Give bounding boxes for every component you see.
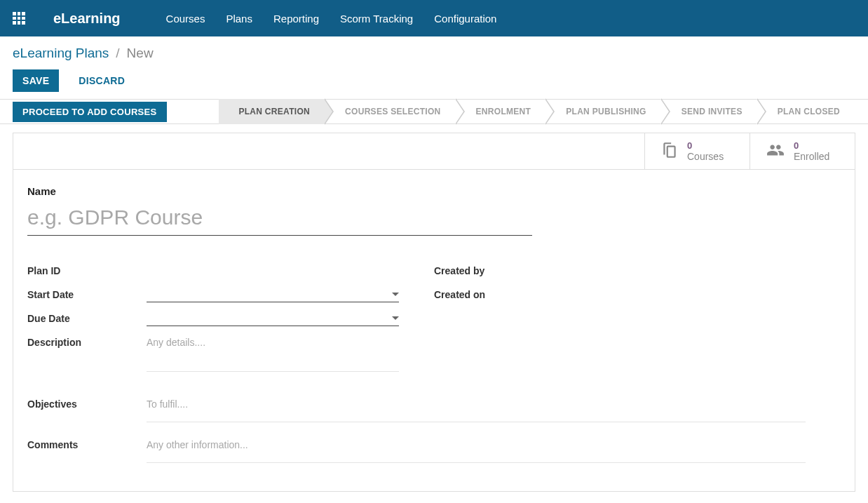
stage-plan-publishing[interactable]: PLAN PUBLISHING: [546, 99, 662, 124]
name-input[interactable]: [27, 201, 532, 236]
sheet-wrapper: 0 Courses 0 Enrolled: [0, 133, 868, 492]
stat-courses[interactable]: 0 Courses: [644, 133, 750, 169]
caret-down-icon: [392, 293, 399, 296]
comments-label: Comments: [27, 435, 147, 463]
stat-row: 0 Courses 0 Enrolled: [13, 133, 855, 170]
description-input[interactable]: [147, 333, 399, 372]
stage-plan-closed[interactable]: PLAN CLOSED: [758, 99, 855, 124]
breadcrumb: eLearning Plans / New: [13, 46, 855, 61]
brand-title[interactable]: eLearning: [53, 11, 121, 27]
nav-item-scorm[interactable]: Scorm Tracking: [340, 13, 413, 25]
stat-enrolled[interactable]: 0 Enrolled: [750, 133, 855, 169]
stat-enrolled-label: Enrolled: [794, 151, 829, 162]
objectives-input[interactable]: [147, 394, 806, 422]
stage-send-invites[interactable]: SEND INVITES: [662, 99, 758, 124]
description-label: Description: [27, 333, 147, 348]
objectives-label: Objectives: [27, 394, 147, 422]
nav-item-courses[interactable]: Courses: [166, 13, 205, 25]
stat-courses-label: Courses: [687, 151, 724, 162]
stage-plan-creation[interactable]: PLAN CREATION: [219, 99, 325, 124]
plan-id-label: Plan ID: [27, 265, 147, 276]
created-on-label: Created on: [434, 289, 485, 300]
navbar: eLearning Courses Plans Reporting Scorm …: [0, 0, 868, 36]
start-date-label: Start Date: [27, 289, 147, 300]
documents-icon: [660, 141, 679, 161]
form-body: Name Plan ID Start Date: [13, 170, 855, 491]
nav-item-config[interactable]: Configuration: [434, 13, 496, 25]
stat-enrolled-count: 0: [794, 140, 829, 151]
proceed-button[interactable]: PROCEED TO ADD COURSES: [13, 102, 167, 122]
form-sheet: 0 Courses 0 Enrolled: [13, 133, 855, 492]
discard-button[interactable]: DISCARD: [69, 69, 135, 92]
breadcrumb-sep: /: [116, 46, 119, 61]
workflow-stages: PLAN CREATION COURSES SELECTION ENROLMEN…: [219, 99, 855, 124]
stage-enrolment[interactable]: ENROLMENT: [456, 99, 547, 124]
breadcrumb-root[interactable]: eLearning Plans: [13, 46, 109, 61]
apps-icon[interactable]: [13, 12, 25, 25]
stage-courses-selection[interactable]: COURSES SELECTION: [325, 99, 456, 124]
nav-item-plans[interactable]: Plans: [226, 13, 252, 25]
action-buttons: SAVE DISCARD: [13, 69, 855, 92]
name-label: Name: [27, 185, 841, 197]
users-icon: [766, 141, 785, 161]
header: eLearning Plans / New SAVE DISCARD: [0, 36, 868, 99]
caret-down-icon: [392, 316, 399, 320]
nav-items: Courses Plans Reporting Scorm Tracking C…: [166, 13, 497, 25]
created-by-label: Created by: [434, 265, 484, 276]
stat-courses-count: 0: [687, 140, 724, 151]
comments-input[interactable]: [147, 435, 806, 463]
due-date-label: Due Date: [27, 313, 147, 324]
save-button[interactable]: SAVE: [13, 69, 59, 92]
start-date-input[interactable]: [147, 287, 399, 302]
due-date-input[interactable]: [147, 311, 399, 326]
status-bar: PROCEED TO ADD COURSES PLAN CREATION COU…: [0, 99, 868, 124]
breadcrumb-current: New: [127, 46, 154, 61]
nav-item-reporting[interactable]: Reporting: [273, 13, 319, 25]
